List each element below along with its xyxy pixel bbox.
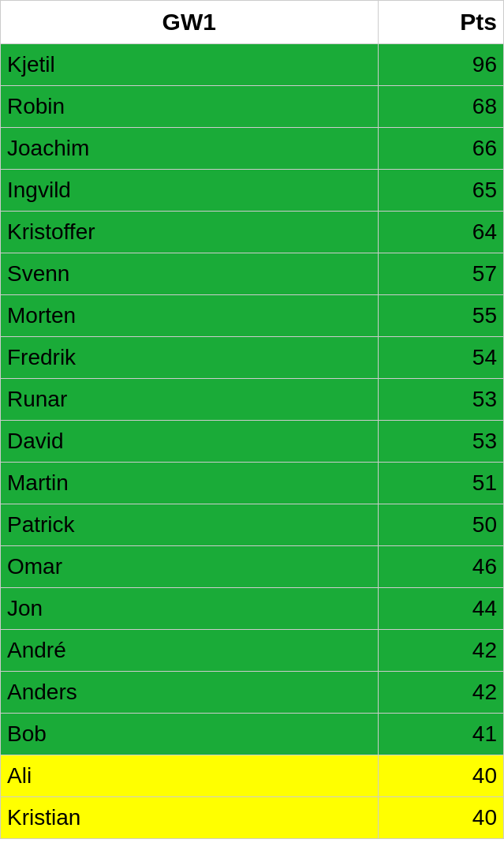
table-row: Ingvild65 [1, 170, 504, 212]
table-row: Jon44 [1, 588, 504, 630]
player-name: Kristoffer [1, 212, 379, 253]
table-row: Patrick50 [1, 504, 504, 546]
pts-header: Pts [378, 1, 504, 44]
player-pts: 53 [378, 421, 504, 463]
player-pts: 40 [378, 755, 504, 797]
player-name: Runar [1, 379, 379, 421]
table-header-row: GW1 Pts [1, 1, 504, 44]
player-pts: 44 [378, 588, 504, 630]
player-pts: 55 [378, 295, 504, 337]
player-name: Morten [1, 295, 379, 337]
player-pts: 53 [378, 379, 504, 421]
player-name: David [1, 421, 379, 463]
table-row: Joachim66 [1, 128, 504, 170]
player-name: Anders [1, 672, 379, 714]
player-name: Kristian [1, 797, 379, 839]
table-row: Omar46 [1, 546, 504, 588]
leaderboard-table: GW1 Pts Kjetil96Robin68Joachim66Ingvild6… [0, 0, 504, 839]
table-row: David53 [1, 421, 504, 463]
table-row: Svenn57 [1, 253, 504, 295]
player-name: Fredrik [1, 337, 379, 379]
leaderboard-container: GW1 Pts Kjetil96Robin68Joachim66Ingvild6… [0, 0, 504, 839]
player-pts: 40 [378, 797, 504, 839]
player-name: Kjetil [1, 44, 379, 86]
player-name: Joachim [1, 128, 379, 170]
player-name: André [1, 630, 379, 672]
table-row: Kristoffer64 [1, 212, 504, 253]
player-name: Jon [1, 588, 379, 630]
table-body: Kjetil96Robin68Joachim66Ingvild65Kristof… [1, 44, 504, 839]
player-name: Ali [1, 755, 379, 797]
player-pts: 46 [378, 546, 504, 588]
table-row: Fredrik54 [1, 337, 504, 379]
player-pts: 42 [378, 672, 504, 714]
player-pts: 66 [378, 128, 504, 170]
table-row: André42 [1, 630, 504, 672]
table-row: Anders42 [1, 672, 504, 714]
table-row: Morten55 [1, 295, 504, 337]
player-pts: 96 [378, 44, 504, 86]
table-row: Runar53 [1, 379, 504, 421]
table-row: Ali40 [1, 755, 504, 797]
gw-header: GW1 [1, 1, 379, 44]
player-pts: 51 [378, 463, 504, 504]
table-row: Kristian40 [1, 797, 504, 839]
table-row: Bob41 [1, 714, 504, 755]
table-row: Martin51 [1, 463, 504, 504]
player-name: Bob [1, 714, 379, 755]
player-pts: 65 [378, 170, 504, 212]
player-pts: 57 [378, 253, 504, 295]
table-row: Robin68 [1, 86, 504, 128]
player-pts: 42 [378, 630, 504, 672]
player-name: Robin [1, 86, 379, 128]
player-pts: 64 [378, 212, 504, 253]
player-pts: 54 [378, 337, 504, 379]
player-name: Martin [1, 463, 379, 504]
player-pts: 68 [378, 86, 504, 128]
player-name: Patrick [1, 504, 379, 546]
table-row: Kjetil96 [1, 44, 504, 86]
player-name: Svenn [1, 253, 379, 295]
player-pts: 41 [378, 714, 504, 755]
player-name: Ingvild [1, 170, 379, 212]
player-pts: 50 [378, 504, 504, 546]
player-name: Omar [1, 546, 379, 588]
